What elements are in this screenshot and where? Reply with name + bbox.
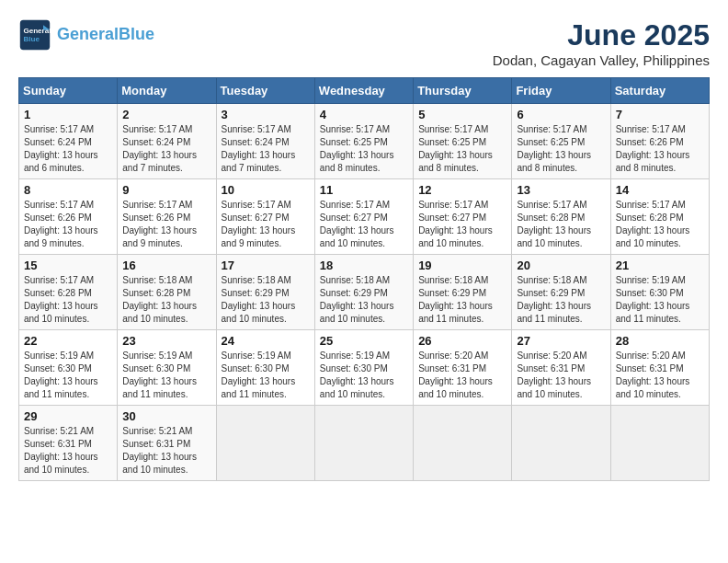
calendar-cell: 30Sunrise: 5:21 AMSunset: 6:31 PMDayligh… xyxy=(118,406,216,481)
logo: General Blue GeneralBlue xyxy=(18,18,154,52)
day-number: 3 xyxy=(222,108,310,121)
day-number: 4 xyxy=(320,108,408,121)
header-wednesday: Wednesday xyxy=(314,78,413,104)
month-title: June 2025 xyxy=(493,18,710,52)
calendar-week-row: 8Sunrise: 5:17 AMSunset: 6:26 PMDaylight… xyxy=(19,179,710,255)
calendar-cell: 5Sunrise: 5:17 AMSunset: 6:25 PMDaylight… xyxy=(414,104,512,179)
weekday-header-row: Sunday Monday Tuesday Wednesday Thursday… xyxy=(19,78,710,104)
day-number: 24 xyxy=(222,334,310,348)
calendar-cell: 8Sunrise: 5:17 AMSunset: 6:26 PMDaylight… xyxy=(19,179,118,255)
day-number: 8 xyxy=(24,183,112,197)
day-number: 1 xyxy=(24,108,112,121)
logo-blue: Blue xyxy=(119,25,154,43)
calendar-week-row: 22Sunrise: 5:19 AMSunset: 6:30 PMDayligh… xyxy=(19,330,710,406)
calendar-cell: 17Sunrise: 5:18 AMSunset: 6:29 PMDayligh… xyxy=(216,255,314,330)
calendar-week-row: 15Sunrise: 5:17 AMSunset: 6:28 PMDayligh… xyxy=(19,255,710,330)
day-info: Sunrise: 5:17 AMSunset: 6:28 PMDaylight:… xyxy=(517,199,605,250)
calendar-cell xyxy=(216,406,314,481)
day-number: 28 xyxy=(616,334,704,348)
calendar-cell: 6Sunrise: 5:17 AMSunset: 6:25 PMDaylight… xyxy=(512,104,610,179)
day-number: 13 xyxy=(517,183,605,197)
day-number: 29 xyxy=(24,409,112,423)
calendar-table: Sunday Monday Tuesday Wednesday Thursday… xyxy=(18,77,710,481)
calendar-cell: 4Sunrise: 5:17 AMSunset: 6:25 PMDaylight… xyxy=(314,104,413,179)
header-tuesday: Tuesday xyxy=(216,78,314,104)
day-info: Sunrise: 5:19 AMSunset: 6:30 PMDaylight:… xyxy=(222,350,310,401)
calendar-cell: 22Sunrise: 5:19 AMSunset: 6:30 PMDayligh… xyxy=(19,330,118,406)
day-number: 26 xyxy=(418,334,506,348)
day-info: Sunrise: 5:19 AMSunset: 6:30 PMDaylight:… xyxy=(122,350,210,401)
day-info: Sunrise: 5:17 AMSunset: 6:26 PMDaylight:… xyxy=(24,199,112,250)
day-info: Sunrise: 5:18 AMSunset: 6:29 PMDaylight:… xyxy=(418,274,506,326)
calendar-cell: 10Sunrise: 5:17 AMSunset: 6:27 PMDayligh… xyxy=(216,179,314,255)
day-info: Sunrise: 5:17 AMSunset: 6:25 PMDaylight:… xyxy=(418,123,506,175)
day-number: 22 xyxy=(24,334,112,348)
day-info: Sunrise: 5:17 AMSunset: 6:24 PMDaylight:… xyxy=(122,123,210,175)
day-info: Sunrise: 5:18 AMSunset: 6:29 PMDaylight:… xyxy=(320,274,408,326)
logo-general: General xyxy=(57,25,119,43)
logo-text: GeneralBlue xyxy=(57,26,154,44)
day-number: 10 xyxy=(222,183,310,197)
day-info: Sunrise: 5:17 AMSunset: 6:24 PMDaylight:… xyxy=(24,123,112,175)
day-number: 30 xyxy=(122,409,210,423)
day-number: 16 xyxy=(122,259,210,272)
calendar-cell xyxy=(610,406,709,481)
calendar-cell: 25Sunrise: 5:19 AMSunset: 6:30 PMDayligh… xyxy=(314,330,413,406)
calendar-cell: 3Sunrise: 5:17 AMSunset: 6:24 PMDaylight… xyxy=(216,104,314,179)
day-number: 18 xyxy=(320,259,408,272)
day-number: 2 xyxy=(122,108,210,121)
day-number: 19 xyxy=(418,259,506,272)
calendar-cell: 18Sunrise: 5:18 AMSunset: 6:29 PMDayligh… xyxy=(314,255,413,330)
svg-text:Blue: Blue xyxy=(23,35,40,43)
header-monday: Monday xyxy=(118,78,216,104)
day-number: 21 xyxy=(616,259,704,272)
calendar-cell: 7Sunrise: 5:17 AMSunset: 6:26 PMDaylight… xyxy=(610,104,709,179)
day-number: 25 xyxy=(320,334,408,348)
day-info: Sunrise: 5:19 AMSunset: 6:30 PMDaylight:… xyxy=(24,350,112,401)
header-sunday: Sunday xyxy=(19,78,118,104)
day-info: Sunrise: 5:18 AMSunset: 6:28 PMDaylight:… xyxy=(122,274,210,326)
day-info: Sunrise: 5:17 AMSunset: 6:28 PMDaylight:… xyxy=(24,274,112,326)
day-info: Sunrise: 5:17 AMSunset: 6:24 PMDaylight:… xyxy=(222,123,310,175)
day-number: 12 xyxy=(418,183,506,197)
day-info: Sunrise: 5:17 AMSunset: 6:27 PMDaylight:… xyxy=(222,199,310,250)
calendar-cell: 29Sunrise: 5:21 AMSunset: 6:31 PMDayligh… xyxy=(19,406,118,481)
day-info: Sunrise: 5:21 AMSunset: 6:31 PMDaylight:… xyxy=(122,425,210,477)
day-number: 6 xyxy=(517,108,605,121)
day-info: Sunrise: 5:17 AMSunset: 6:25 PMDaylight:… xyxy=(320,123,408,175)
day-number: 15 xyxy=(24,259,112,272)
day-info: Sunrise: 5:17 AMSunset: 6:26 PMDaylight:… xyxy=(616,123,704,175)
day-number: 5 xyxy=(418,108,506,121)
header-friday: Friday xyxy=(512,78,610,104)
day-info: Sunrise: 5:18 AMSunset: 6:29 PMDaylight:… xyxy=(222,274,310,326)
day-number: 9 xyxy=(122,183,210,197)
calendar-cell: 23Sunrise: 5:19 AMSunset: 6:30 PMDayligh… xyxy=(118,330,216,406)
day-info: Sunrise: 5:19 AMSunset: 6:30 PMDaylight:… xyxy=(320,350,408,401)
location-title: Dodan, Cagayan Valley, Philippines xyxy=(493,52,710,68)
calendar-cell: 21Sunrise: 5:19 AMSunset: 6:30 PMDayligh… xyxy=(610,255,709,330)
calendar-cell: 13Sunrise: 5:17 AMSunset: 6:28 PMDayligh… xyxy=(512,179,610,255)
calendar-cell: 26Sunrise: 5:20 AMSunset: 6:31 PMDayligh… xyxy=(414,330,512,406)
day-info: Sunrise: 5:17 AMSunset: 6:26 PMDaylight:… xyxy=(122,199,210,250)
calendar-cell: 1Sunrise: 5:17 AMSunset: 6:24 PMDaylight… xyxy=(19,104,118,179)
calendar-cell: 16Sunrise: 5:18 AMSunset: 6:28 PMDayligh… xyxy=(118,255,216,330)
calendar-cell xyxy=(314,406,413,481)
day-number: 11 xyxy=(320,183,408,197)
calendar-cell: 28Sunrise: 5:20 AMSunset: 6:31 PMDayligh… xyxy=(610,330,709,406)
day-info: Sunrise: 5:17 AMSunset: 6:27 PMDaylight:… xyxy=(320,199,408,250)
calendar-cell: 14Sunrise: 5:17 AMSunset: 6:28 PMDayligh… xyxy=(610,179,709,255)
day-info: Sunrise: 5:19 AMSunset: 6:30 PMDaylight:… xyxy=(616,274,704,326)
calendar-cell xyxy=(512,406,610,481)
logo-icon: General Blue xyxy=(18,18,51,52)
day-info: Sunrise: 5:20 AMSunset: 6:31 PMDaylight:… xyxy=(517,350,605,401)
calendar-cell: 9Sunrise: 5:17 AMSunset: 6:26 PMDaylight… xyxy=(118,179,216,255)
calendar-week-row: 29Sunrise: 5:21 AMSunset: 6:31 PMDayligh… xyxy=(19,406,710,481)
day-info: Sunrise: 5:17 AMSunset: 6:25 PMDaylight:… xyxy=(517,123,605,175)
calendar-cell: 20Sunrise: 5:18 AMSunset: 6:29 PMDayligh… xyxy=(512,255,610,330)
day-info: Sunrise: 5:21 AMSunset: 6:31 PMDaylight:… xyxy=(24,425,112,477)
calendar-cell xyxy=(414,406,512,481)
day-number: 14 xyxy=(616,183,704,197)
day-number: 27 xyxy=(517,334,605,348)
day-info: Sunrise: 5:18 AMSunset: 6:29 PMDaylight:… xyxy=(517,274,605,326)
day-number: 23 xyxy=(122,334,210,348)
